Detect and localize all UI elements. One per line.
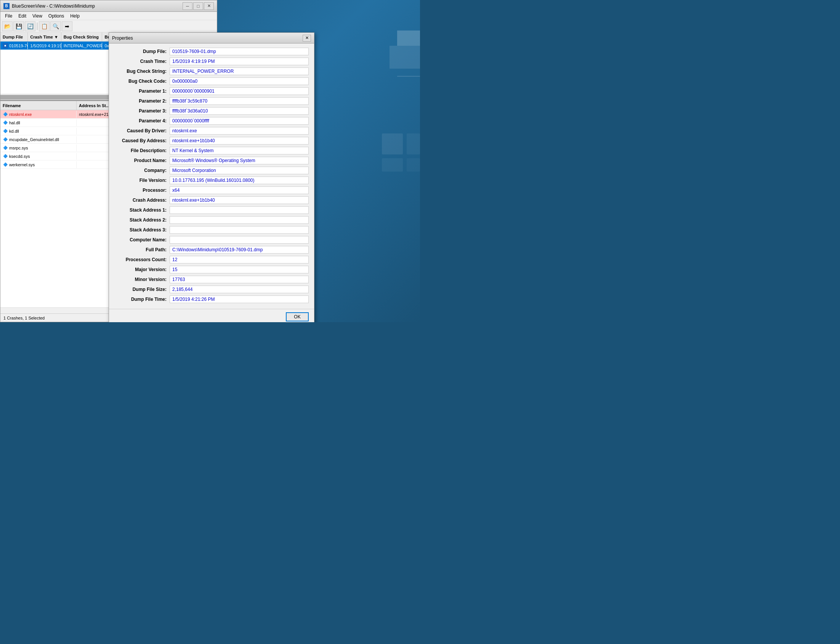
prop-value-caused-by-driver: ntoskrnl.exe bbox=[170, 127, 309, 135]
dialog-title: Properties bbox=[112, 36, 303, 41]
file-icon-0: 🔷 bbox=[3, 112, 8, 117]
col-crash-time[interactable]: Crash Time ▼ bbox=[28, 33, 61, 41]
prop-label-caused-by-driver: Caused By Driver: bbox=[114, 128, 170, 133]
toolbar-open-button[interactable]: 📂 bbox=[2, 21, 13, 31]
prop-stack-address-3: Stack Address 3: bbox=[114, 226, 309, 234]
minimize-button[interactable]: ─ bbox=[182, 2, 192, 10]
dump-file-icon: ■ bbox=[3, 43, 8, 48]
prop-label-minor-version: Minor Version: bbox=[114, 277, 170, 282]
prop-caused-by-driver: Caused By Driver: ntoskrnl.exe bbox=[114, 127, 309, 135]
prop-company: Company: Microsoft Corporation bbox=[114, 166, 309, 175]
properties-content: Dump File: 010519-7609-01.dmp Crash Time… bbox=[109, 43, 314, 309]
menu-view[interactable]: View bbox=[30, 13, 45, 20]
menu-edit[interactable]: Edit bbox=[15, 13, 30, 20]
prop-value-full-path: C:\Windows\Minidump\010519-7609-01.dmp bbox=[170, 246, 309, 253]
menu-help[interactable]: Help bbox=[67, 13, 83, 20]
prop-label-param4: Parameter 4: bbox=[114, 118, 170, 123]
prop-major-version: Major Version: 15 bbox=[114, 265, 309, 274]
prop-stack-address-1: Stack Address 1: bbox=[114, 206, 309, 214]
prop-label-file-version: File Version: bbox=[114, 178, 170, 183]
svg-rect-6 bbox=[407, 158, 420, 172]
menu-options[interactable]: Options bbox=[45, 13, 67, 20]
toolbar-copy-button[interactable]: 📋 bbox=[39, 21, 49, 31]
cell-bug-check-string: INTERNAL_POWER_ERROR bbox=[61, 43, 103, 49]
file-icon-1: 🔷 bbox=[3, 120, 8, 125]
cell-crash-time: 1/5/2019 4:19:19 PM bbox=[28, 43, 61, 49]
prop-bug-check-string: Bug Check String: INTERNAL_POWER_ERROR bbox=[114, 67, 309, 76]
prop-label-file-description: File Description: bbox=[114, 148, 170, 153]
prop-processors-count: Processors Count: 12 bbox=[114, 255, 309, 264]
dialog-footer: OK bbox=[109, 309, 314, 322]
prop-value-crash-address: ntoskrnl.exe+1b1b40 bbox=[170, 196, 309, 204]
prop-label-processor: Processor: bbox=[114, 187, 170, 193]
prop-value-param2: ffffb38f`3c59c870 bbox=[170, 97, 309, 105]
prop-stack-address-2: Stack Address 2: bbox=[114, 216, 309, 224]
prop-value-crash-time: 1/5/2019 4:19:19 PM bbox=[170, 58, 309, 65]
prop-value-caused-by-address: ntoskrnl.exe+1b1b40 bbox=[170, 137, 309, 145]
ok-button[interactable]: OK bbox=[286, 312, 309, 322]
prop-label-stack-2: Stack Address 2: bbox=[114, 217, 170, 223]
prop-param3: Parameter 3: ffffb38f`3d36a010 bbox=[114, 107, 309, 115]
prop-label-caused-by-address: Caused By Address: bbox=[114, 138, 170, 143]
properties-dialog: Properties ✕ Dump File: 010519-7609-01.d… bbox=[108, 33, 315, 322]
app-icon: B bbox=[3, 3, 10, 9]
prop-label-computer-name: Computer Name: bbox=[114, 237, 170, 243]
col-filename[interactable]: Filename bbox=[0, 101, 77, 110]
app-title: BlueScreenView - C:\Windows\Minidump bbox=[12, 3, 182, 9]
cell-dump-file: ■ 010519-7609-01.dmp bbox=[0, 42, 28, 49]
file-icon-4: 🔷 bbox=[3, 145, 8, 151]
prop-value-processor: x64 bbox=[170, 186, 309, 194]
toolbar: 📂 💾 🔄 📋 🔍 ➡ bbox=[0, 20, 217, 33]
prop-value-dump-file-time: 1/5/2019 4:21:26 PM bbox=[170, 296, 309, 303]
prop-computer-name: Computer Name: bbox=[114, 236, 309, 244]
svg-rect-4 bbox=[407, 133, 420, 154]
file-icon-2: 🔷 bbox=[3, 128, 8, 134]
toolbar-refresh-button[interactable]: 🔄 bbox=[25, 21, 35, 31]
status-text: 1 Crashes, 1 Selected bbox=[3, 316, 44, 320]
col-dump-file[interactable]: Dump File bbox=[0, 33, 28, 41]
prop-value-stack-3 bbox=[170, 226, 309, 234]
cell-filename-5: 🔷 ksecdd.sys bbox=[0, 153, 77, 160]
prop-label-crash-time: Crash Time: bbox=[114, 59, 170, 64]
col-bug-check-string[interactable]: Bug Check String bbox=[61, 33, 103, 41]
prop-param1: Parameter 1: 00000000`00000901 bbox=[114, 87, 309, 95]
prop-value-stack-1 bbox=[170, 206, 309, 214]
prop-dump-file-time: Dump File Time: 1/5/2019 4:21:26 PM bbox=[114, 295, 309, 304]
prop-dump-file: Dump File: 010519-7609-01.dmp bbox=[114, 47, 309, 56]
cell-filename-1: 🔷 hal.dll bbox=[0, 119, 77, 126]
toolbar-save-button[interactable]: 💾 bbox=[13, 21, 24, 31]
prop-product-name: Product Name: Microsoft® Windows® Operat… bbox=[114, 156, 309, 165]
close-button[interactable]: ✕ bbox=[204, 2, 214, 10]
prop-minor-version: Minor Version: 17763 bbox=[114, 275, 309, 284]
prop-file-description: File Description: NT Kernel & System bbox=[114, 146, 309, 155]
dialog-title-bar: Properties ✕ bbox=[109, 33, 314, 43]
prop-crash-time: Crash Time: 1/5/2019 4:19:19 PM bbox=[114, 57, 309, 66]
prop-value-dump-file: 010519-7609-01.dmp bbox=[170, 48, 309, 55]
prop-value-minor-version: 17763 bbox=[170, 276, 309, 283]
prop-value-processors-count: 12 bbox=[170, 256, 309, 263]
prop-label-major-version: Major Version: bbox=[114, 267, 170, 272]
prop-value-bug-check-string: INTERNAL_POWER_ERROR bbox=[170, 67, 309, 75]
menu-bar: File Edit View Options Help bbox=[0, 12, 217, 20]
prop-caused-by-address: Caused By Address: ntoskrnl.exe+1b1b40 bbox=[114, 136, 309, 145]
prop-value-stack-2 bbox=[170, 216, 309, 224]
cell-filename-4: 🔷 msrpc.sys bbox=[0, 145, 77, 151]
toolbar-forward-button[interactable]: ➡ bbox=[62, 21, 72, 31]
cell-filename-3: 🔷 mcupdate_GenuineIntel.dll bbox=[0, 136, 77, 143]
prop-value-param4: 00000000`0000ffff bbox=[170, 117, 309, 125]
prop-full-path: Full Path: C:\Windows\Minidump\010519-76… bbox=[114, 246, 309, 254]
prop-label-param2: Parameter 2: bbox=[114, 99, 170, 104]
toolbar-search-button[interactable]: 🔍 bbox=[50, 21, 61, 31]
maximize-button[interactable]: □ bbox=[193, 2, 203, 10]
prop-bug-check-code: Bug Check Code: 0x000000a0 bbox=[114, 77, 309, 85]
title-bar-buttons: ─ □ ✕ bbox=[182, 2, 214, 10]
prop-param4: Parameter 4: 00000000`0000ffff bbox=[114, 117, 309, 125]
prop-value-dump-file-size: 2,185,644 bbox=[170, 286, 309, 293]
prop-value-param1: 00000000`00000901 bbox=[170, 87, 309, 95]
file-icon-3: 🔷 bbox=[3, 137, 8, 142]
dialog-close-button[interactable]: ✕ bbox=[303, 35, 311, 41]
prop-param2: Parameter 2: ffffb38f`3c59c870 bbox=[114, 97, 309, 105]
file-icon-5: 🔷 bbox=[3, 154, 8, 159]
prop-value-company: Microsoft Corporation bbox=[170, 167, 309, 174]
menu-file[interactable]: File bbox=[2, 13, 15, 20]
